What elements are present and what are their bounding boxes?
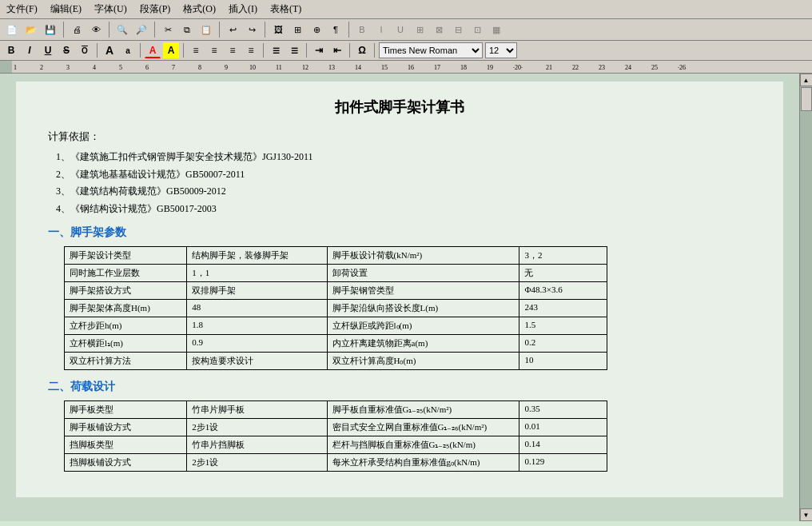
table-cell: 0.01: [519, 419, 607, 436]
italic-button[interactable]: I: [22, 42, 38, 58]
extra-btn2[interactable]: I: [372, 21, 390, 38]
new-button[interactable]: 📄: [3, 21, 21, 38]
extra-btn3[interactable]: U: [392, 21, 409, 38]
table-cell: 48: [187, 300, 327, 317]
cut-button[interactable]: ✂: [159, 21, 177, 38]
font-name-select[interactable]: Times New Roman: [379, 42, 483, 58]
svg-text:3: 3: [66, 64, 70, 71]
extra-btn8[interactable]: ▦: [488, 21, 505, 38]
find2-button[interactable]: 🔎: [133, 21, 150, 38]
format-sep2: [140, 43, 141, 58]
list2-button[interactable]: ☰: [286, 42, 302, 58]
table-cell: 脚手板铺设方式: [65, 419, 187, 436]
table-cell: 双立杆计算方法: [65, 353, 187, 370]
menu-format[interactable]: 格式(O): [180, 2, 219, 17]
justify-button[interactable]: ≡: [243, 42, 259, 58]
extra-btn7[interactable]: ⊡: [468, 21, 486, 38]
svg-text:24: 24: [625, 64, 631, 71]
menu-paragraph[interactable]: 段落(P): [137, 2, 174, 17]
font-size-select[interactable]: 12: [485, 42, 517, 58]
extra-btn1[interactable]: B: [353, 21, 371, 38]
scroll-up-button[interactable]: ▲: [800, 74, 813, 86]
vertical-scrollbar[interactable]: ▲ ▼: [799, 74, 812, 521]
format-toolbar: B I U S O A a A A ≡ ≡ ≡ ≡ ☰ ☰ ⇥ ⇤ Ω Time…: [0, 41, 812, 61]
underline-button[interactable]: U: [40, 42, 56, 58]
section1-heading: 一、脚手架参数: [48, 225, 751, 240]
svg-text:2: 2: [40, 64, 43, 71]
indent-increase-button[interactable]: ⇥: [311, 42, 327, 58]
print-button[interactable]: 🖨: [68, 21, 86, 38]
image-button[interactable]: 🖼: [269, 21, 287, 38]
main-area: 扣件式脚手架计算书 计算依据： 1、《建筑施工扣件式钢管脚手架安全技术规范》JG…: [0, 74, 812, 521]
indent-decrease-button[interactable]: ⇤: [329, 42, 345, 58]
table-cell: 竹串片脚手板: [187, 401, 327, 419]
table-cell: 结构脚手架，装修脚手架: [187, 247, 327, 265]
table-cell: 立杆纵距或跨距l₀(m): [327, 317, 519, 335]
ruler-ticks: 1 2 3 4 5 6 7 8 9 10 11 12 13 14 15 16 1…: [12, 61, 812, 73]
svg-text:·26: ·26: [678, 64, 686, 71]
extra-btn5[interactable]: ⊠: [430, 21, 448, 38]
table-row: 立杆横距l₁(m) 0.9 内立杆离建筑物距离a(m) 0.2: [65, 335, 607, 353]
menu-file[interactable]: 文件(F): [3, 2, 41, 17]
extra-btn4[interactable]: ⊞: [411, 21, 428, 38]
section2-heading: 二、荷载设计: [48, 380, 751, 394]
table-cell: 竹串片挡脚板: [187, 436, 327, 454]
svg-text:21: 21: [546, 64, 552, 71]
table-row: 挡脚板铺设方式 2步1设 每米立杆承受结构自重标准值g₀(kN/m) 0.129: [65, 454, 607, 472]
font-color-button[interactable]: A: [145, 42, 161, 58]
sep3: [154, 22, 155, 38]
content-area[interactable]: 扣件式脚手架计算书 计算依据： 1、《建筑施工扣件式钢管脚手架安全技术规范》JG…: [0, 74, 799, 521]
menu-edit[interactable]: 编辑(E): [47, 2, 85, 17]
scroll-thumb[interactable]: [801, 87, 812, 111]
list1-button[interactable]: ☰: [268, 42, 284, 58]
align-left-button[interactable]: ≡: [188, 42, 204, 58]
svg-text:18: 18: [460, 64, 467, 71]
copy-button[interactable]: ⧉: [178, 21, 196, 38]
overline-button[interactable]: O: [77, 42, 93, 58]
svg-text:6: 6: [145, 64, 149, 71]
special-char-button[interactable]: Ω: [354, 42, 370, 58]
table-cell: 2步1设: [187, 419, 327, 436]
scroll-down-button[interactable]: ▼: [800, 508, 813, 521]
preview-button[interactable]: 👁: [87, 21, 105, 38]
table-cell: 挡脚板类型: [65, 436, 187, 454]
table-row: 脚手架架体高度H(m) 48 脚手架沿纵向搭设长度L(m) 243: [65, 300, 607, 317]
table-cell: 3，2: [519, 247, 607, 265]
table-cell: 脚手板类型: [65, 401, 187, 419]
paragraph-button[interactable]: ¶: [327, 21, 344, 38]
table-row: 挡脚板类型 竹串片挡脚板 栏杆与挡脚板自重标准值G₁₋₂₅(kN/m) 0.14: [65, 436, 607, 454]
table-cell: 每米立杆承受结构自重标准值g₀(kN/m): [327, 454, 519, 472]
align-center-button[interactable]: ≡: [206, 42, 222, 58]
sep2: [109, 22, 109, 38]
svg-text:7: 7: [172, 64, 175, 71]
strikethrough-button[interactable]: S: [58, 42, 74, 58]
font-decrease-button[interactable]: a: [120, 42, 136, 58]
format-sep7: [374, 43, 375, 58]
align-right-button[interactable]: ≡: [225, 42, 241, 58]
save-button[interactable]: 💾: [42, 21, 59, 38]
find-button[interactable]: 🔍: [113, 21, 131, 38]
undo-button[interactable]: ↩: [224, 21, 241, 38]
table-cell: 0.9: [187, 335, 327, 353]
open-button[interactable]: 📂: [22, 21, 40, 38]
table-cell: 密目式安全立网自重标准值G₁₋₂₆(kN/m²): [327, 419, 519, 436]
references-list: 1、《建筑施工扣件式钢管脚手架安全技术规范》JGJ130-2011 2、《建筑地…: [48, 149, 751, 217]
svg-text:14: 14: [355, 64, 361, 71]
insert-button[interactable]: ⊕: [308, 21, 325, 38]
bold-button[interactable]: B: [3, 42, 19, 58]
reference-item-1: 1、《建筑施工扣件式钢管脚手架安全技术规范》JGJ130-2011: [56, 149, 751, 166]
table-button[interactable]: ⊞: [289, 21, 306, 38]
redo-button[interactable]: ↪: [243, 21, 261, 38]
menu-table[interactable]: 表格(T): [267, 2, 304, 17]
extra-btn6[interactable]: ⊟: [449, 21, 467, 38]
table-cell: 脚手架沿纵向搭设长度L(m): [327, 300, 519, 317]
calc-basis-label: 计算依据：: [48, 130, 751, 144]
font-increase-button[interactable]: A: [102, 42, 117, 58]
highlight-button[interactable]: A: [163, 42, 179, 58]
paste-button[interactable]: 📋: [197, 21, 215, 38]
format-sep1: [97, 43, 98, 58]
menu-font[interactable]: 字体(U): [91, 2, 130, 17]
svg-text:17: 17: [434, 64, 440, 71]
menu-insert[interactable]: 插入(I): [225, 2, 261, 17]
scroll-track[interactable]: [800, 86, 812, 508]
